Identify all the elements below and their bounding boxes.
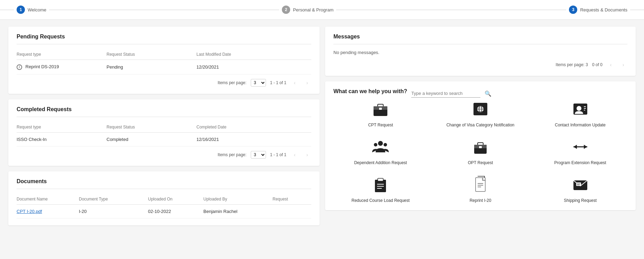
help-item-opt-label: OPT Request bbox=[468, 160, 493, 166]
step-personal[interactable]: 2 Personal & Program bbox=[279, 6, 336, 14]
step-label-1: Welcome bbox=[28, 7, 46, 12]
completed-items-label: Items per page: bbox=[218, 152, 246, 157]
completed-items-select[interactable]: 3510 bbox=[251, 151, 266, 159]
svg-rect-13 bbox=[584, 106, 586, 107]
person-card-icon bbox=[570, 99, 591, 119]
completed-page-info: 1 - 1 of 1 bbox=[270, 152, 286, 157]
step-welcome[interactable]: 1 Welcome bbox=[14, 6, 49, 14]
completed-next-btn[interactable]: › bbox=[303, 151, 311, 159]
help-item-reduced-label: Reduced Course Load Request bbox=[351, 198, 410, 204]
svg-point-16 bbox=[378, 141, 383, 146]
completed-pagination: Items per page: 3510 1 - 1 of 1 ‹ › bbox=[17, 146, 311, 159]
svg-rect-29 bbox=[377, 186, 384, 187]
search-icon[interactable]: 🔍 bbox=[485, 90, 491, 97]
pending-page-info: 1 - 1 of 1 bbox=[270, 80, 286, 85]
step-label-3: Requests & Documents bbox=[580, 7, 627, 12]
pending-prev-btn[interactable]: ‹ bbox=[291, 79, 299, 87]
completed-col-status: Request Status bbox=[107, 125, 196, 130]
globe-id-icon bbox=[470, 99, 491, 119]
help-item-change-visa[interactable]: Change of Visa Category Notification bbox=[433, 99, 528, 128]
documents-title: Documents bbox=[17, 178, 311, 189]
document-row: CPT I-20.pdf I-20 02-10-2022 Benjamin Ra… bbox=[17, 205, 311, 218]
info-icon: i bbox=[17, 64, 22, 70]
documents-card: Documents Document Name Document Type Up… bbox=[8, 171, 320, 225]
help-item-cpt-request[interactable]: CPT Request bbox=[333, 99, 428, 128]
doc-row-name[interactable]: CPT I-20.pdf bbox=[17, 209, 79, 214]
help-card: What can we help you with? 🔍 C bbox=[325, 81, 636, 210]
pending-items-select[interactable]: 3510 bbox=[251, 79, 266, 87]
search-input[interactable] bbox=[411, 89, 480, 98]
doc-col-upby: Uploaded By bbox=[203, 197, 273, 202]
help-item-dependent[interactable]: Dependent Addition Request bbox=[333, 136, 428, 166]
help-item-contact-label: Contact Information Update bbox=[555, 122, 606, 128]
svg-rect-33 bbox=[478, 185, 483, 186]
documents-header: Document Name Document Type Uploaded On … bbox=[17, 195, 311, 205]
help-item-dependent-label: Dependent Addition Request bbox=[354, 160, 407, 166]
messages-page-info: 0 of 0 bbox=[592, 62, 602, 67]
help-item-cpt-label: CPT Request bbox=[368, 122, 393, 128]
step-circle-3: 3 bbox=[569, 6, 577, 14]
svg-rect-27 bbox=[378, 178, 383, 181]
arrows-icon bbox=[570, 136, 591, 157]
group-icon bbox=[370, 136, 391, 157]
help-item-shipping-label: Shipping Request bbox=[564, 198, 597, 204]
step-label-2: Personal & Program bbox=[293, 7, 333, 12]
help-item-reduced-course[interactable]: Reduced Course Load Request bbox=[333, 174, 428, 204]
svg-rect-22 bbox=[479, 146, 482, 148]
pending-col-type: Request type bbox=[17, 52, 107, 57]
svg-rect-34 bbox=[478, 187, 481, 187]
pending-next-btn[interactable]: › bbox=[303, 79, 311, 87]
completed-row-type: ISSO Check-In bbox=[17, 137, 107, 142]
doc-col-uploaded: Uploaded On bbox=[148, 197, 203, 202]
help-item-opt[interactable]: OPT Request bbox=[433, 136, 528, 166]
briefcase2-icon bbox=[470, 136, 491, 157]
completed-prev-btn[interactable]: ‹ bbox=[291, 151, 299, 159]
completed-row: ISSO Check-In Completed 12/16/2021 bbox=[17, 133, 311, 146]
pending-row: i Reprint DS-2019 Pending 12/20/2021 bbox=[17, 60, 311, 74]
svg-rect-30 bbox=[377, 188, 382, 189]
svg-point-12 bbox=[577, 106, 581, 111]
help-grid: CPT Request bbox=[333, 99, 627, 203]
messages-prev-btn[interactable]: ‹ bbox=[607, 61, 615, 69]
pending-items-label: Items per page: bbox=[218, 80, 246, 85]
completed-row-date: 12/16/2021 bbox=[196, 137, 311, 142]
messages-title: Messages bbox=[333, 34, 627, 44]
step-circle-2: 2 bbox=[282, 6, 290, 14]
pending-requests-header: Request type Request Status Last Modifie… bbox=[17, 50, 311, 60]
svg-marker-24 bbox=[584, 145, 587, 149]
pending-requests-card: Pending Requests Request type Request St… bbox=[8, 27, 320, 94]
step-circle-1: 1 bbox=[17, 6, 25, 14]
messages-card: Messages No pending messages. Items per … bbox=[325, 27, 636, 76]
help-item-program-ext[interactable]: Program Extension Request bbox=[533, 136, 627, 166]
help-header-row: What can we help you with? 🔍 bbox=[333, 88, 627, 99]
completed-requests-title: Completed Requests bbox=[17, 106, 311, 117]
doc-col-type: Document Type bbox=[79, 197, 148, 202]
messages-pagination: Items per page: 3 0 of 0 ‹ › bbox=[333, 61, 627, 69]
doc-row-uploaded: 02-10-2022 bbox=[148, 209, 203, 214]
pending-col-status: Request Status bbox=[107, 52, 196, 57]
pending-requests-title: Pending Requests bbox=[17, 34, 311, 44]
no-messages-text: No pending messages. bbox=[333, 50, 627, 61]
left-panel: Pending Requests Request type Request St… bbox=[8, 27, 320, 225]
svg-rect-3 bbox=[379, 108, 382, 110]
help-item-contact-info[interactable]: Contact Information Update bbox=[533, 99, 627, 128]
pending-row-type: i Reprint DS-2019 bbox=[17, 64, 107, 70]
briefcase-icon bbox=[370, 99, 391, 119]
svg-rect-15 bbox=[584, 110, 585, 110]
help-item-reprint[interactable]: Reprint I-20 bbox=[433, 174, 528, 204]
help-item-shipping[interactable]: Shipping Request bbox=[533, 174, 627, 204]
completed-requests-card: Completed Requests Request type Request … bbox=[8, 99, 320, 166]
doc-link[interactable]: CPT I-20.pdf bbox=[17, 209, 42, 214]
pending-row-status: Pending bbox=[107, 64, 196, 70]
svg-rect-32 bbox=[478, 183, 483, 184]
pending-row-date: 12/20/2021 bbox=[196, 64, 311, 70]
svg-point-18 bbox=[384, 143, 387, 146]
envelope-icon bbox=[570, 174, 591, 195]
help-item-program-ext-label: Program Extension Request bbox=[554, 160, 606, 166]
completed-col-date: Completed Date bbox=[196, 125, 311, 130]
svg-rect-28 bbox=[377, 184, 384, 185]
messages-next-btn[interactable]: › bbox=[619, 61, 627, 69]
messages-items-label: Items per page: 3 bbox=[556, 62, 588, 67]
step-requests[interactable]: 3 Requests & Documents bbox=[566, 6, 630, 14]
svg-rect-36 bbox=[576, 182, 581, 186]
